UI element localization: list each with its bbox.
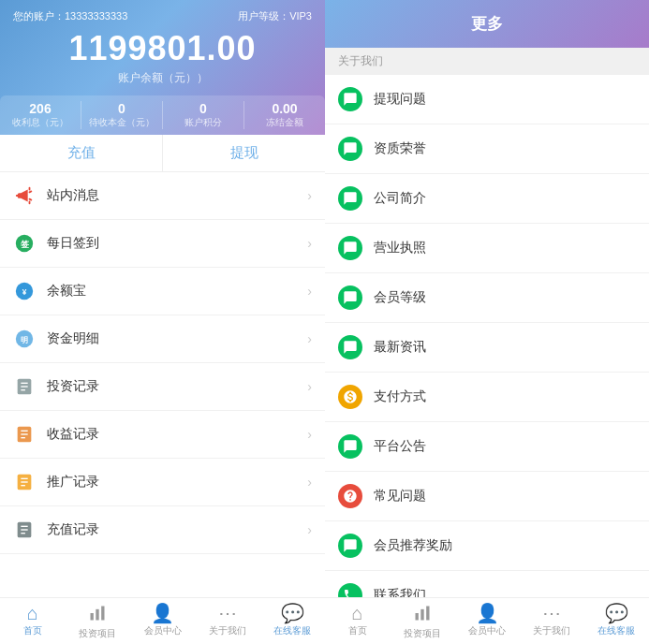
menu-item-promo-record[interactable]: 推广记录 ›: [0, 459, 325, 506]
promo-record-icon: [13, 471, 36, 493]
right-nav-member[interactable]: 👤 会员中心: [454, 602, 519, 642]
nav-home[interactable]: ⌂ 首页: [0, 602, 65, 642]
level-label: 用户等级：VIP3: [238, 9, 312, 23]
stat-frozen: 0.00 冻结金额: [244, 101, 325, 129]
right-menu-item-qualification[interactable]: 资质荣誉: [325, 124, 649, 174]
about-icon-right: ⋯: [520, 604, 584, 622]
wechat-icon-announcement: [338, 434, 362, 459]
right-section-label: 关于我们: [325, 48, 649, 75]
member-icon-right: 👤: [454, 604, 519, 622]
right-nav-invest[interactable]: 投资项目: [390, 602, 454, 642]
balance-label: 账户余额（元））: [13, 70, 312, 86]
online-icon-right: 💬: [584, 604, 649, 622]
wechat-icon-qualification: [338, 137, 362, 161]
right-header: 更多: [325, 0, 649, 48]
right-bottom-nav: ⌂ 首页 投资项目 👤 会员中心 ⋯ 关于我们 💬 在线客服: [325, 597, 649, 644]
right-menu-item-withdraw-issue[interactable]: 提现问题: [325, 75, 649, 124]
wechat-icon-referral: [338, 534, 362, 558]
nav-invest[interactable]: 投资项目: [65, 602, 129, 642]
home-icon-right: ⌂: [325, 604, 390, 622]
recharge-button[interactable]: 充值: [0, 135, 163, 171]
megaphone-icon: [13, 184, 36, 207]
wechat-icon-news: [338, 335, 362, 359]
nav-online-service[interactable]: 💬 在线客服: [260, 602, 325, 642]
wechat-icon-withdraw: [338, 87, 362, 111]
wallet-icon: ¥: [13, 280, 36, 302]
svg-rect-24: [101, 607, 104, 621]
nav-about[interactable]: ⋯ 关于我们: [195, 602, 259, 642]
svg-text:明: 明: [21, 336, 28, 344]
action-row: 充值 提现: [0, 135, 325, 172]
about-icon: ⋯: [195, 604, 259, 622]
calendar-icon: 签: [13, 232, 36, 255]
account-number-label: 您的账户：13333333333: [13, 9, 127, 23]
right-menu-item-payment[interactable]: 支付方式: [325, 373, 649, 422]
menu-item-invest-record[interactable]: 投资记录 ›: [0, 363, 325, 411]
nav-member[interactable]: 👤 会员中心: [130, 602, 195, 642]
project-icon-right: [390, 604, 454, 625]
right-menu-item-member-level[interactable]: 会员等级: [325, 273, 649, 323]
wechat-icon-license: [338, 236, 362, 260]
stats-row: 206 收利息（元） 0 待收本金（元） 0 账户积分 0.00 冻结金额: [0, 95, 325, 135]
balance-amount: 1199801.00: [13, 29, 312, 68]
svg-rect-26: [420, 609, 423, 621]
income-record-icon: [13, 423, 36, 446]
left-menu-list: 站内消息 › 签 每日签到 › ¥ 余额宝 ›: [0, 172, 325, 597]
wechat-icon-company: [338, 186, 362, 211]
svg-rect-23: [96, 609, 98, 621]
right-menu-item-referral[interactable]: 会员推荐奖励: [325, 521, 649, 571]
right-title: 更多: [338, 13, 636, 35]
fund-detail-icon: 明: [13, 328, 36, 350]
right-menu-list: 提现问题 资质荣誉 公司简介 营业执照: [325, 75, 649, 597]
recharge-record-icon: [13, 519, 36, 541]
menu-item-fund-detail[interactable]: 明 资金明细 ›: [0, 315, 325, 363]
left-panel: 您的账户：13333333333 用户等级：VIP3 1199801.00 账户…: [0, 0, 325, 644]
member-icon: 👤: [130, 604, 195, 622]
right-menu-item-announcement[interactable]: 平台公告: [325, 422, 649, 472]
right-menu-item-news[interactable]: 最新资讯: [325, 323, 649, 373]
svg-text:¥: ¥: [22, 288, 27, 297]
wechat-icon-faq: [338, 484, 362, 508]
right-menu-item-license[interactable]: 营业执照: [325, 224, 649, 273]
menu-item-messages[interactable]: 站内消息 ›: [0, 172, 325, 220]
menu-item-recharge-record[interactable]: 充值记录 ›: [0, 506, 325, 554]
svg-rect-22: [91, 613, 94, 621]
right-menu-item-company[interactable]: 公司简介: [325, 174, 649, 224]
withdraw-button[interactable]: 提现: [163, 135, 325, 171]
svg-text:签: 签: [21, 240, 30, 249]
invest-record-icon: [13, 375, 36, 398]
right-nav-online-service[interactable]: 💬 在线客服: [584, 602, 649, 642]
wechat-icon-member-level: [338, 285, 362, 310]
menu-item-daily-checkin[interactable]: 签 每日签到 ›: [0, 220, 325, 268]
account-info: 您的账户：13333333333 用户等级：VIP3: [13, 9, 312, 23]
online-icon: 💬: [260, 604, 325, 622]
right-menu-item-contact[interactable]: 联系我们: [325, 571, 649, 597]
wechat-icon-payment: [338, 385, 362, 409]
stat-points: 0 账户积分: [163, 101, 244, 129]
home-icon: ⌂: [0, 604, 65, 622]
left-header: 您的账户：13333333333 用户等级：VIP3 1199801.00 账户…: [0, 0, 325, 135]
svg-rect-25: [415, 613, 418, 621]
stat-interest: 206 收利息（元）: [0, 101, 81, 129]
project-icon: [65, 604, 129, 625]
left-bottom-nav: ⌂ 首页 投资项目 👤 会员中心 ⋯ 关于我们 💬 在线客服: [0, 597, 325, 644]
right-nav-home[interactable]: ⌂ 首页: [325, 602, 390, 642]
menu-item-yue-bao[interactable]: ¥ 余额宝 ›: [0, 268, 325, 315]
wechat-icon-contact: [338, 583, 362, 597]
right-panel: 更多 关于我们 提现问题 资质荣誉: [325, 0, 649, 644]
stat-principal: 0 待收本金（元）: [81, 101, 163, 129]
menu-item-income-record[interactable]: 收益记录 ›: [0, 411, 325, 459]
right-menu-item-faq[interactable]: 常见问题: [325, 472, 649, 521]
svg-rect-27: [426, 607, 429, 621]
right-nav-about[interactable]: ⋯ 关于我们: [520, 602, 584, 642]
